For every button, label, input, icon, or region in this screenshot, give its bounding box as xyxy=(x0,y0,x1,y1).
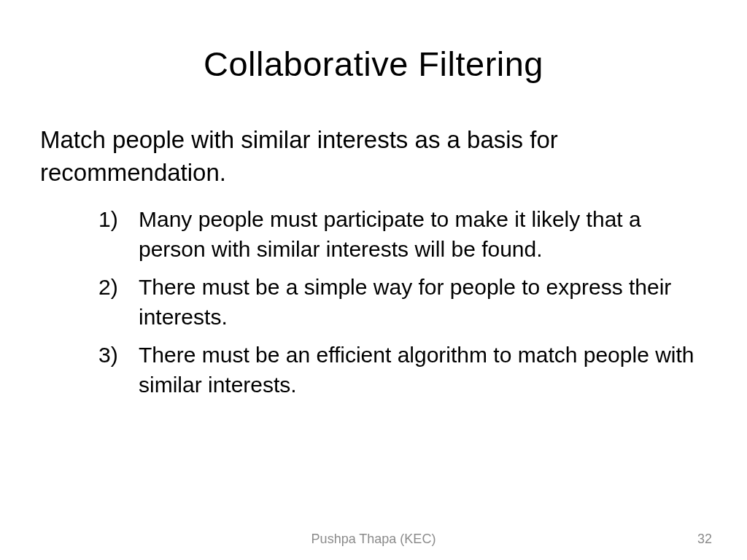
footer: Pushpa Thapa (KEC) xyxy=(0,532,747,547)
intro-text: Match people with similar interests as a… xyxy=(40,124,707,189)
slide-title: Collaborative Filtering xyxy=(40,44,707,84)
slide-container: Collaborative Filtering Match people wit… xyxy=(0,0,747,560)
footer-author: Pushpa Thapa (KEC) xyxy=(311,532,436,547)
list-item: There must be an efficient algorithm to … xyxy=(98,341,707,400)
list-item: Many people must participate to make it … xyxy=(98,205,707,264)
list-item: There must be a simple way for people to… xyxy=(98,273,707,332)
page-number: 32 xyxy=(697,532,712,547)
points-list: Many people must participate to make it … xyxy=(40,205,707,400)
